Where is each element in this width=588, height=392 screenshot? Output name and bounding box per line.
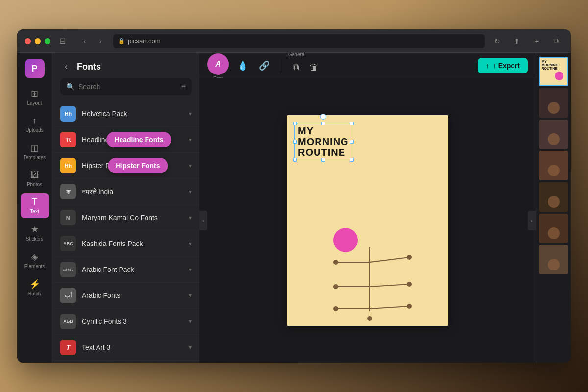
share-button[interactable]: ⬆ bbox=[510, 34, 524, 48]
stickers-icon: ★ bbox=[31, 224, 39, 235]
handle-bottom-right[interactable] bbox=[350, 158, 354, 162]
font-group-name-arabic: Arabic Fonts bbox=[82, 292, 189, 299]
font-group-icon-namaste: क bbox=[60, 184, 76, 199]
layout-icon: ⊞ bbox=[31, 88, 38, 99]
canvas-text-element[interactable]: MY MORNING ROUTINE bbox=[294, 123, 352, 160]
handle-bottom-middle[interactable] bbox=[321, 158, 325, 162]
close-button[interactable] bbox=[25, 38, 31, 44]
font-group-name-arabic-num: Arabic Font Pack bbox=[82, 266, 189, 273]
handle-top-middle[interactable] bbox=[321, 122, 325, 125]
minimize-button[interactable] bbox=[35, 38, 41, 44]
copy-button[interactable]: ⧉ bbox=[288, 60, 304, 75]
chevron-down-icon: ▾ bbox=[189, 162, 192, 169]
svg-point-7 bbox=[333, 260, 338, 265]
thumb-circle-6 bbox=[548, 227, 560, 239]
chevron-down-icon: ▾ bbox=[189, 292, 192, 299]
sidebar-item-elements[interactable]: ◈ Elements bbox=[21, 247, 49, 273]
new-tab-button[interactable]: + bbox=[530, 34, 543, 48]
export-button[interactable]: ↑ ↑ Export bbox=[478, 58, 528, 74]
search-bar[interactable]: 🔍 ≡ bbox=[60, 78, 192, 95]
url-text: picsart.com bbox=[128, 37, 160, 45]
handle-top-left[interactable] bbox=[293, 122, 297, 125]
nav-buttons: ‹ › bbox=[78, 34, 107, 48]
sidebar-item-templates[interactable]: ◫ Templates bbox=[21, 139, 49, 164]
sidebar-item-uploads[interactable]: ↑ Uploads bbox=[21, 112, 49, 137]
thumbnail-1[interactable]: MYMORNINGROUTINE bbox=[539, 57, 568, 86]
sidebar-item-batch[interactable]: ⚡ Batch bbox=[21, 275, 49, 300]
svg-point-8 bbox=[407, 255, 412, 260]
thumbnail-5[interactable] bbox=[539, 182, 568, 212]
handle-bottom-left[interactable] bbox=[293, 158, 297, 162]
browser-window: ⊟ ‹ › 🔒 picsart.com ↻ ⬆ + ⧉ P ⊞ Layout ↑… bbox=[17, 29, 571, 363]
thumb-circle-3 bbox=[548, 133, 560, 145]
font-group-namaste[interactable]: क नमस्ते India ▾ bbox=[52, 179, 199, 205]
thumb-circle-1 bbox=[555, 72, 564, 80]
chevron-down-icon: ▾ bbox=[189, 318, 192, 325]
thumbnail-2[interactable] bbox=[539, 88, 568, 118]
delete-button[interactable]: 🗑 bbox=[306, 60, 321, 75]
font-group-icon-arabic-num: 13457 bbox=[60, 262, 76, 277]
thumb-text-1: MYMORNINGROUTINE bbox=[542, 60, 559, 70]
font-button[interactable]: A bbox=[207, 53, 229, 75]
thumbnail-3[interactable] bbox=[539, 120, 568, 149]
forward-nav-button[interactable]: › bbox=[94, 34, 107, 48]
canvas-area: Adjust A Font 💧 🔗 General bbox=[199, 53, 536, 363]
font-group-arabic-num[interactable]: 13457 Arabic Font Pack ▾ bbox=[52, 257, 199, 283]
svg-line-2 bbox=[370, 257, 409, 262]
back-button[interactable]: ‹ bbox=[60, 61, 72, 73]
font-group-name-hipster: Hipster Fonts bbox=[82, 162, 189, 170]
font-group-maryam[interactable]: M Maryam Kamal Co Fonts ▾ bbox=[52, 205, 199, 231]
nav-sidebar: P ⊞ Layout ↑ Uploads ◫ Templates 🖼 Photo… bbox=[17, 53, 52, 363]
maximize-button[interactable] bbox=[45, 38, 50, 44]
handle-top-right[interactable] bbox=[350, 122, 354, 125]
handle-middle-left[interactable] bbox=[293, 140, 297, 144]
templates-icon: ◫ bbox=[30, 143, 39, 153]
link-icon: 🔗 bbox=[259, 60, 270, 71]
font-group-helvetica[interactable]: Hh Helvetica Pack ▾ bbox=[52, 101, 199, 127]
sidebar-item-stickers[interactable]: ★ Stickers bbox=[21, 220, 49, 245]
layout-label: Layout bbox=[27, 100, 42, 106]
thumbnail-4[interactable] bbox=[539, 151, 568, 180]
font-group-textart3[interactable]: T Text Art 3 ▾ bbox=[52, 335, 199, 361]
filter-icon[interactable]: ≡ bbox=[181, 82, 186, 91]
collapse-panel-button[interactable]: ‹ bbox=[199, 211, 207, 230]
font-group-graffiti[interactable]: 124 Graffiti Fonts ▾ bbox=[52, 361, 199, 363]
link-button[interactable]: 🔗 bbox=[256, 58, 272, 74]
elements-icon: ◈ bbox=[31, 251, 38, 262]
design-canvas[interactable]: MY MORNING ROUTINE bbox=[287, 115, 448, 326]
thumbnail-6[interactable] bbox=[539, 214, 568, 243]
sidebar-item-layout[interactable]: ⊞ Layout bbox=[21, 84, 49, 110]
thumb-circle-4 bbox=[548, 165, 560, 176]
sidebar-item-photos[interactable]: 🖼 Photos bbox=[21, 166, 49, 191]
general-section: General ⧉ 🗑 bbox=[288, 60, 321, 75]
expand-panel-button[interactable]: › bbox=[528, 211, 536, 230]
url-bar[interactable]: 🔒 picsart.com bbox=[113, 34, 485, 48]
sidebar-item-text[interactable]: T Text bbox=[21, 193, 49, 218]
app-logo[interactable]: P bbox=[25, 59, 45, 78]
font-group-icon-hipster: Hh bbox=[60, 158, 76, 173]
water-drop-button[interactable]: 💧 bbox=[235, 58, 250, 74]
font-group-kashida[interactable]: ABC Kashida Fonts Pack ▾ bbox=[52, 231, 199, 257]
duplicate-tab-button[interactable]: ⧉ bbox=[549, 34, 563, 48]
font-group-icon-kashida: ABC bbox=[60, 236, 76, 251]
back-nav-button[interactable]: ‹ bbox=[78, 34, 92, 48]
handle-middle-right[interactable] bbox=[350, 140, 354, 144]
font-group-icon-arabic: أب bbox=[60, 288, 76, 303]
font-group-hipster[interactable]: Hh Hipster Fonts ▾ Hipster Fonts bbox=[52, 153, 199, 179]
svg-point-11 bbox=[333, 306, 338, 311]
font-group-headline[interactable]: Tt Headline Fonts ▾ Headline Fonts bbox=[52, 127, 199, 153]
sidebar-toggle-icon[interactable]: ⊟ bbox=[56, 35, 68, 47]
font-group-name-textart3: Text Art 3 bbox=[82, 343, 189, 351]
font-list: Hh Helvetica Pack ▾ Tt Headline Fonts ▾ … bbox=[52, 101, 199, 363]
browser-chrome: ⊟ ‹ › 🔒 picsart.com ↻ ⬆ + ⧉ bbox=[17, 29, 571, 53]
font-group-cyrillic3[interactable]: АБВ Cyrillic Fonts 3 ▾ bbox=[52, 309, 199, 335]
font-group-name-namaste: नमस्ते India bbox=[82, 188, 189, 196]
panel-title: Fonts bbox=[77, 62, 101, 72]
chevron-down-icon: ▾ bbox=[189, 110, 192, 117]
batch-icon: ⚡ bbox=[29, 279, 40, 290]
refresh-button[interactable]: ↻ bbox=[490, 34, 504, 48]
thumbnail-7[interactable] bbox=[539, 245, 568, 274]
rotation-handle[interactable] bbox=[320, 114, 326, 120]
font-group-arabic[interactable]: أب Arabic Fonts ▾ bbox=[52, 283, 199, 309]
search-input[interactable] bbox=[78, 83, 177, 91]
